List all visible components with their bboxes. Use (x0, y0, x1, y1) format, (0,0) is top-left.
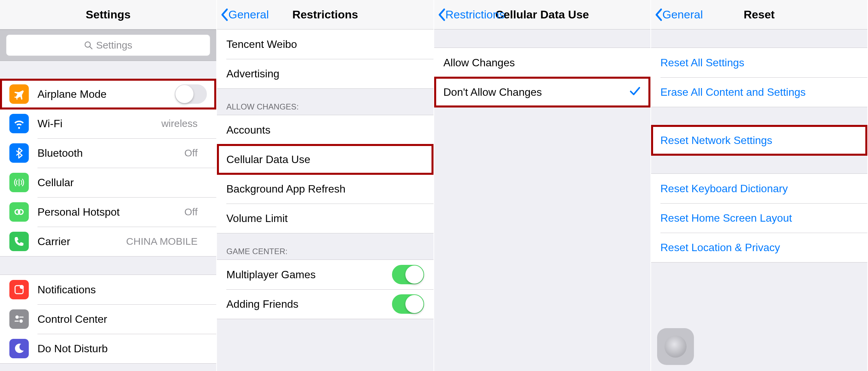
check-icon (629, 85, 641, 99)
reset-group-3: Reset Keyboard Dictionary Reset Home Scr… (651, 174, 867, 262)
panel-reset: General Reset Reset All Settings Erase A… (651, 0, 868, 371)
row-erase-all[interactable]: Erase All Content and Settings (651, 78, 867, 107)
row-detail: Off (184, 206, 197, 218)
restrictions-top-group: Tencent Weibo Advertising (217, 29, 433, 89)
row-label: Control Center (37, 313, 202, 326)
row-label: Accounts (226, 124, 418, 136)
back-button[interactable]: Restrictions (437, 8, 505, 22)
chevron-icon (419, 124, 424, 136)
row-label: Don't Allow Changes (443, 86, 629, 98)
row-airplane-mode[interactable]: Airplane Mode (0, 80, 216, 109)
row-reset-home-screen[interactable]: Reset Home Screen Layout (651, 203, 867, 233)
reset-group-1: Reset All Settings Erase All Content and… (651, 48, 867, 107)
row-label: Notifications (37, 284, 202, 296)
row-reset-network-settings[interactable]: Reset Network Settings (651, 126, 867, 155)
chevron-icon (419, 38, 424, 50)
panel-restrictions: General Restrictions Tencent Weibo Adver… (217, 0, 434, 371)
chevron-icon (419, 68, 424, 80)
settings-group-system: Notifications Control Center Do Not Dist… (0, 275, 216, 364)
row-allow-changes[interactable]: Allow Changes (434, 48, 650, 78)
row-reset-all-settings[interactable]: Reset All Settings (651, 48, 867, 78)
row-label: Reset Network Settings (660, 134, 858, 147)
chevron-icon (202, 147, 207, 159)
navbar-reset: General Reset (651, 0, 867, 29)
row-advertising[interactable]: Advertising (217, 59, 433, 88)
row-do-not-disturb[interactable]: Do Not Disturb (0, 334, 216, 363)
row-label: Allow Changes (443, 57, 641, 69)
bluetooth-icon (9, 143, 29, 163)
row-volume-limit[interactable]: Volume Limit (217, 204, 433, 233)
row-wifi[interactable]: Wi-Fi wireless (0, 109, 216, 138)
page-title: Cellular Data Use (495, 8, 589, 21)
row-reset-keyboard[interactable]: Reset Keyboard Dictionary (651, 174, 867, 203)
hotspot-icon (9, 202, 29, 222)
row-label: Airplane Mode (37, 88, 175, 100)
row-label: Tencent Weibo (226, 38, 418, 51)
row-control-center[interactable]: Control Center (0, 304, 216, 334)
search-icon (84, 41, 93, 50)
chevron-icon (419, 183, 424, 195)
row-accounts[interactable]: Accounts (217, 115, 433, 145)
row-label: Multiplayer Games (226, 269, 392, 281)
row-cellular[interactable]: Cellular (0, 168, 216, 197)
panel-cellular-data-use: Restrictions Cellular Data Use Allow Cha… (434, 0, 651, 371)
chevron-back-icon (654, 8, 662, 22)
navbar-cellular: Restrictions Cellular Data Use (434, 0, 650, 29)
row-carrier[interactable]: Carrier CHINA MOBILE (0, 227, 216, 256)
back-button[interactable]: General (220, 8, 269, 22)
row-tencent-weibo[interactable]: Tencent Weibo (217, 29, 433, 59)
row-personal-hotspot[interactable]: Personal Hotspot Off (0, 197, 216, 227)
row-notifications[interactable]: Notifications (0, 275, 216, 304)
row-detail: wireless (161, 118, 197, 129)
airplane-toggle[interactable] (175, 84, 207, 104)
row-label: Advertising (226, 68, 418, 80)
cellular-icon (9, 173, 29, 192)
row-multiplayer-games[interactable]: Multiplayer Games (217, 260, 433, 289)
search-placeholder: Settings (96, 39, 132, 51)
adding-friends-toggle[interactable] (392, 294, 424, 314)
row-background-app-refresh[interactable]: Background App Refresh (217, 174, 433, 204)
chevron-icon (202, 284, 207, 296)
row-label: Cellular Data Use (226, 153, 418, 166)
back-button[interactable]: General (654, 8, 703, 22)
row-detail: Off (184, 147, 197, 159)
restrictions-gamecenter-group: Multiplayer Games Adding Friends (217, 259, 433, 319)
row-label: Wi-Fi (37, 118, 161, 130)
row-label: Erase All Content and Settings (660, 86, 858, 98)
assistive-touch-icon (664, 336, 687, 358)
search-input[interactable]: Settings (6, 34, 210, 56)
row-label: Cellular (37, 177, 202, 189)
row-adding-friends[interactable]: Adding Friends (217, 289, 433, 319)
chevron-icon (202, 313, 207, 325)
row-label: Reset Home Screen Layout (660, 212, 858, 224)
row-reset-location-privacy[interactable]: Reset Location & Privacy (651, 233, 867, 262)
row-label: Volume Limit (226, 212, 418, 225)
settings-group-connectivity: Airplane Mode Wi-Fi wireless Bluetooth O… (0, 79, 216, 256)
navbar-restrictions: General Restrictions (217, 0, 433, 29)
chevron-icon (419, 154, 424, 165)
group-header-game-center: GAME CENTER: (217, 234, 433, 259)
row-label: Adding Friends (226, 298, 392, 310)
chevron-icon (202, 236, 207, 247)
notifications-icon (9, 280, 29, 299)
chevron-icon (419, 213, 424, 224)
row-label: Reset All Settings (660, 57, 858, 69)
row-detail: CHINA MOBILE (126, 236, 197, 247)
row-label: Carrier (37, 236, 126, 248)
row-label: Reset Location & Privacy (660, 241, 858, 254)
back-label: General (662, 8, 703, 21)
phone-icon (9, 232, 29, 251)
navbar-settings: Settings (0, 0, 216, 29)
chevron-icon (202, 177, 207, 188)
airplane-icon (9, 84, 29, 104)
row-bluetooth[interactable]: Bluetooth Off (0, 138, 216, 168)
multiplayer-toggle[interactable] (392, 265, 424, 284)
row-cellular-data-use[interactable]: Cellular Data Use (217, 145, 433, 174)
row-label: Bluetooth (37, 147, 184, 159)
row-dont-allow-changes[interactable]: Don't Allow Changes (434, 78, 650, 107)
assistive-touch-button[interactable] (657, 328, 694, 365)
panel-settings: Settings Settings Airplane Mode Wi-Fi wi… (0, 0, 217, 371)
row-label: Do Not Disturb (37, 343, 202, 355)
restrictions-allow-group: Accounts Cellular Data Use Background Ap… (217, 115, 433, 234)
control-center-icon (9, 309, 29, 329)
